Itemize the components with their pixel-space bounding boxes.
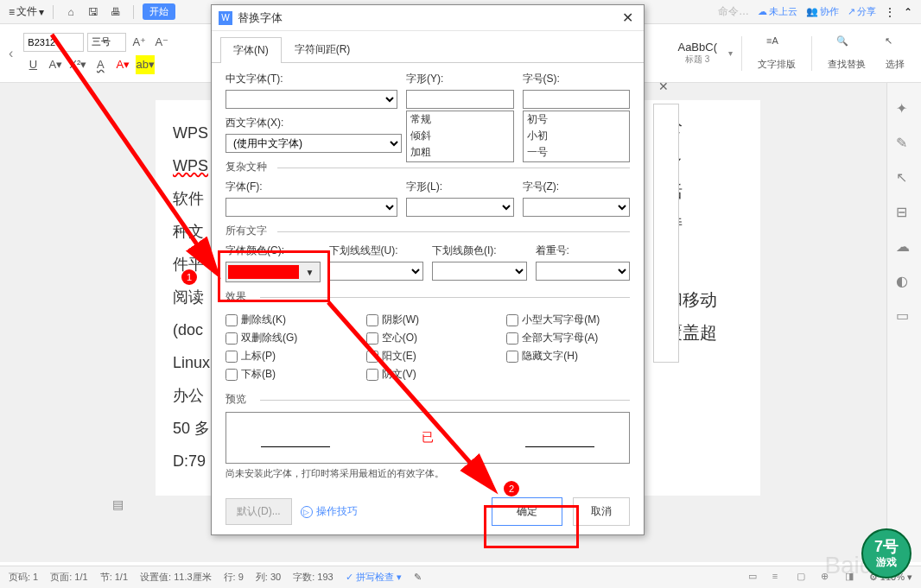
font-style-label: 字形(Y): [406, 72, 513, 86]
font-size-select[interactable] [87, 33, 126, 52]
find-replace-btn[interactable]: 🔍 查找替换 [821, 35, 873, 71]
decrease-font-icon[interactable]: A⁻ [152, 33, 171, 52]
save-icon[interactable]: 🖫 [85, 3, 102, 21]
complex-style-select[interactable] [406, 198, 513, 217]
view-outline-icon[interactable]: ≡ [772, 571, 786, 585]
side-panel [653, 104, 679, 363]
chevron-down-icon: ▼ [302, 268, 318, 277]
annotation-marker-1: 1 [181, 269, 197, 285]
layout-btn[interactable]: ≡A 文字排版 [751, 35, 803, 71]
chinese-font-label: 中文字体(T): [225, 72, 397, 86]
right-tool-panel: ✦ ✎ ↖ ⊟ ☁ ◐ ▭ [886, 83, 921, 562]
collab-link[interactable]: 👥 协作 [806, 5, 839, 18]
status-col[interactable]: 列: 30 [256, 571, 281, 584]
annotation-marker-2: 2 [504, 481, 519, 496]
status-bar: 页码: 1 页面: 1/1 节: 1/1 设置值: 11.3厘米 行: 9 列:… [0, 566, 921, 588]
font-size-label: 字号(S): [523, 72, 630, 86]
preview-note: 尚未安装此字体，打印时将采用最相近的有效字体。 [225, 467, 630, 480]
dialog-tabs: 字体(N) 字符间距(R) [212, 31, 644, 63]
replace-font-dialog: W 替换字体 ✕ 字体(N) 字符间距(R) 中文字体(T): 字形(Y): 常… [211, 4, 645, 535]
font-size-input[interactable] [523, 90, 630, 109]
tab-font[interactable]: 字体(N) [220, 37, 282, 63]
preview-box: 已 [225, 412, 630, 464]
settings-icon[interactable]: ⊟ [896, 204, 913, 221]
western-font-select[interactable]: (使用中文字体) [225, 134, 402, 153]
underline-color-select[interactable] [432, 262, 527, 281]
smallcaps-check[interactable]: 小型大写字母(M) [506, 313, 630, 327]
color-swatch [228, 265, 299, 279]
ribbon-back[interactable]: ‹ [9, 46, 13, 61]
font-style-input[interactable] [406, 90, 513, 109]
status-row[interactable]: 行: 9 [224, 571, 244, 584]
view-focus-icon[interactable]: ◨ [845, 571, 859, 585]
status-page[interactable]: 页码: 1 [9, 571, 38, 584]
font-color-select[interactable]: ▼ [225, 262, 321, 282]
sidebar-marker-icon: ▤ [112, 497, 124, 511]
cursor-icon[interactable]: ↖ [896, 169, 913, 187]
status-position[interactable]: 设置值: 11.3厘米 [140, 571, 212, 584]
tool6-icon[interactable]: ▭ [896, 307, 913, 325]
status-words[interactable]: 字数: 193 [293, 571, 333, 584]
tool5-icon[interactable]: ◐ [896, 273, 913, 290]
view-page-icon[interactable]: ▭ [748, 571, 762, 585]
allcaps-check[interactable]: 全部大写字母(A) [506, 331, 630, 345]
complex-font-select[interactable] [225, 198, 397, 217]
underline-btn[interactable]: U [23, 55, 42, 74]
print-icon[interactable]: 🖶 [107, 3, 124, 21]
chinese-font-select[interactable] [225, 90, 397, 109]
share-link[interactable]: ↗ 分享 [848, 5, 876, 18]
pen-icon[interactable]: ✎ [896, 135, 913, 152]
text-effect-btn[interactable]: A▾ [46, 55, 65, 74]
font-name-select[interactable] [23, 33, 84, 52]
superscript-btn[interactable]: X²▾ [68, 55, 87, 74]
select-btn[interactable]: ↖ 选择 [878, 35, 912, 71]
sub-check[interactable]: 下标(B) [225, 367, 349, 382]
font-color-btn[interactable]: A▾ [113, 55, 132, 74]
strikethrough-btn[interactable]: A [91, 55, 110, 74]
underline-style-select[interactable] [329, 262, 424, 281]
view-web-icon[interactable]: ⊕ [821, 571, 835, 585]
more-icon[interactable]: ⋮ [885, 6, 895, 18]
ok-button[interactable]: 确定 [492, 497, 562, 526]
view-read-icon[interactable]: ▢ [797, 571, 810, 585]
cloud-link[interactable]: ☁ 未上云 [758, 5, 797, 18]
assistant-icon[interactable]: ✦ [896, 100, 913, 117]
status-section[interactable]: 节: 1/1 [100, 571, 128, 584]
dialog-titlebar: W 替换字体 ✕ [212, 5, 644, 31]
default-button[interactable]: 默认(D)... [225, 498, 292, 525]
super-check[interactable]: 上标(P) [225, 349, 349, 364]
doc-proof-icon[interactable]: ✎ [414, 572, 422, 583]
style-more[interactable]: ▾ [728, 48, 733, 58]
hidden-check[interactable]: 隐藏文字(H) [506, 349, 630, 364]
alltext-section: 所有文字 [225, 224, 630, 238]
spell-check-toggle[interactable]: ✓ 拼写检查 ▾ [346, 571, 402, 584]
zoom-level[interactable]: ⚙ 110% ▾ [869, 572, 912, 583]
hollow-check[interactable]: 空心(O) [366, 331, 490, 345]
file-menu[interactable]: ≡ 文件 ▾ [9, 4, 44, 19]
dialog-title: 替换字体 [238, 10, 619, 26]
tips-link[interactable]: ▷操作技巧 [301, 504, 358, 519]
emphasis-select[interactable] [536, 262, 631, 281]
engrave-check[interactable]: 阴文(V) [366, 367, 490, 382]
cloud-icon[interactable]: ☁ [896, 238, 913, 256]
strike-check[interactable]: 删除线(K) [225, 313, 349, 327]
dstrike-check[interactable]: 双删除线(G) [225, 331, 349, 345]
highlight-btn[interactable]: ab▾ [136, 55, 155, 74]
shadow-check[interactable]: 阴影(W) [366, 313, 490, 327]
effects-section: 效果 [225, 289, 630, 304]
collapse-icon[interactable]: ⌃ [904, 6, 912, 18]
cancel-button[interactable]: 取消 [573, 497, 630, 526]
home-icon[interactable]: ⌂ [62, 3, 79, 21]
emboss-check[interactable]: 阳文(E) [366, 349, 490, 364]
tab-spacing[interactable]: 字符间距(R) [282, 36, 364, 62]
panel-close-icon[interactable]: ✕ [658, 79, 669, 93]
dialog-icon: W [219, 11, 232, 25]
complex-size-select[interactable] [523, 198, 630, 217]
close-icon[interactable]: ✕ [619, 9, 637, 26]
style-preview[interactable]: AaBbC( 标题 3 [671, 38, 723, 68]
increase-font-icon[interactable]: A⁺ [130, 33, 149, 52]
status-pages[interactable]: 页面: 1/1 [50, 571, 87, 584]
cmd-hint: 命令… [718, 4, 749, 19]
complex-section: 复杂文种 [225, 160, 630, 174]
start-tab[interactable]: 开始 [143, 3, 175, 20]
